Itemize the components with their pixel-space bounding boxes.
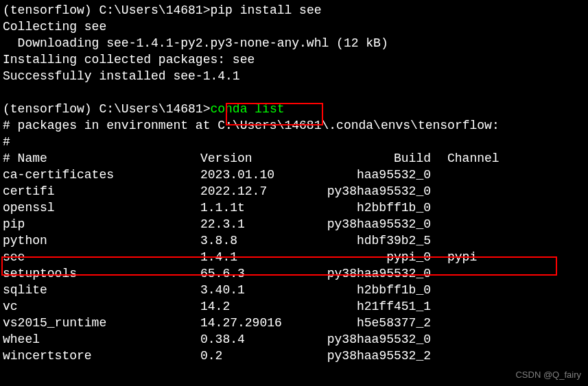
package-name: vs2015_runtime <box>3 315 200 332</box>
table-header: # NameVersionBuildChannel <box>3 151 588 167</box>
package-version: 3.8.8 <box>200 233 316 250</box>
package-name: certifi <box>3 184 200 200</box>
package-build: h2bbff1b_0 <box>316 200 447 217</box>
output-downloading: Downloading see-1.4.1-py2.py3-none-any.w… <box>3 36 588 52</box>
blank-line <box>3 85 588 101</box>
command-text: conda list <box>210 102 284 116</box>
package-build: py38haa95532_0 <box>316 217 447 233</box>
package-version: 22.3.1 <box>200 217 316 233</box>
package-row: sqlite3.40.1h2bbff1b_0 <box>3 282 588 299</box>
header-version: Version <box>200 151 316 167</box>
package-name: python <box>3 233 200 250</box>
package-name: vc <box>3 299 200 315</box>
package-build: h5e58377_2 <box>316 315 447 332</box>
package-build: py38haa95532_2 <box>316 348 447 365</box>
package-build: h2bbff1b_0 <box>316 282 447 299</box>
package-name: wheel <box>3 332 200 348</box>
package-row: wheel0.38.4py38haa95532_0 <box>3 332 588 348</box>
package-version: 2023.01.10 <box>200 167 316 184</box>
package-row: setuptools65.6.3py38haa95532_0 <box>3 266 588 282</box>
package-version: 14.2 <box>200 299 316 315</box>
package-version: 65.6.3 <box>200 266 316 282</box>
prompt-line-2[interactable]: (tensorflow) C:\Users\14681>conda list <box>3 101 588 118</box>
package-name: sqlite <box>3 282 200 299</box>
package-row: openssl1.1.1th2bbff1b_0 <box>3 200 588 217</box>
package-build: py38haa95532_0 <box>316 184 447 200</box>
hash-line: # <box>3 134 588 151</box>
package-row: vc14.2h21ff451_1 <box>3 299 588 315</box>
package-version: 0.38.4 <box>200 332 316 348</box>
env-label: (tensorflow) <box>3 102 92 116</box>
command-text: pip install see <box>210 3 321 17</box>
package-row: vs2015_runtime14.27.29016h5e58377_2 <box>3 315 588 332</box>
package-name: openssl <box>3 200 200 217</box>
package-build: py38haa95532_0 <box>316 332 447 348</box>
package-version: 0.2 <box>200 348 316 365</box>
prompt-path: C:\Users\14681> <box>99 102 210 116</box>
package-row: python3.8.8hdbf39b2_5 <box>3 233 588 250</box>
package-version: 14.27.29016 <box>200 315 316 332</box>
package-row: ca-certificates2023.01.10haa95532_0 <box>3 167 588 184</box>
output-installing: Installing collected packages: see <box>3 52 588 69</box>
package-row: wincertstore0.2py38haa95532_2 <box>3 348 588 365</box>
package-name: pip <box>3 217 200 233</box>
header-build: Build <box>316 151 447 167</box>
env-label: (tensorflow) <box>3 3 92 17</box>
watermark: CSDN @Q_fairy <box>515 369 581 381</box>
output-success: Successfully installed see-1.4.1 <box>3 69 588 85</box>
package-row: see1.4.1pypi_0pypi <box>3 250 588 266</box>
prompt-line-1[interactable]: (tensorflow) C:\Users\14681>pip install … <box>3 3 588 19</box>
package-row: certifi2022.12.7py38haa95532_0 <box>3 184 588 200</box>
package-version: 2022.12.7 <box>200 184 316 200</box>
package-name: ca-certificates <box>3 167 200 184</box>
prompt-path: C:\Users\14681> <box>99 3 210 17</box>
package-row: pip22.3.1py38haa95532_0 <box>3 217 588 233</box>
output-collecting: Collecting see <box>3 19 588 36</box>
package-name: setuptools <box>3 266 200 282</box>
header-channel: Channel <box>447 151 499 167</box>
package-build: h21ff451_1 <box>316 299 447 315</box>
package-name: wincertstore <box>3 348 200 365</box>
package-build: py38haa95532_0 <box>316 266 447 282</box>
package-version: 3.40.1 <box>200 282 316 299</box>
package-build: haa95532_0 <box>316 167 447 184</box>
package-build: pypi_0 <box>316 250 447 266</box>
package-version: 1.1.1t <box>200 200 316 217</box>
env-info-line: # packages in environment at C:\Users\14… <box>3 118 588 134</box>
package-channel: pypi <box>447 250 477 266</box>
package-build: hdbf39b2_5 <box>316 233 447 250</box>
package-name: see <box>3 250 200 266</box>
header-name: # Name <box>3 151 200 167</box>
package-version: 1.4.1 <box>200 250 316 266</box>
